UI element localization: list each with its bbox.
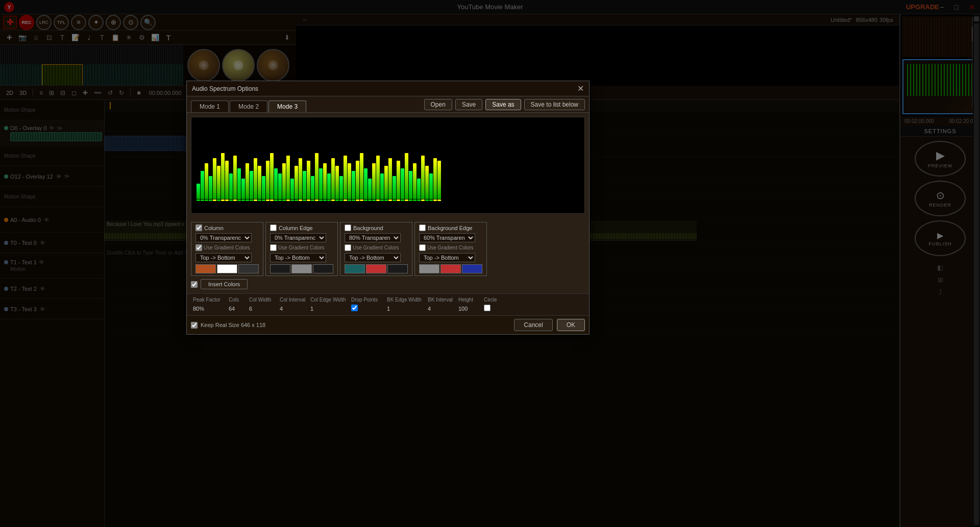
column-edge-transparency[interactable]: 0% Transparency [270,233,326,242]
spectrum-bar-group [290,179,294,203]
drop-points-checkbox[interactable] [351,305,358,311]
column-direction[interactable]: Top -> Bottom [195,253,252,262]
background-gradient-checkbox[interactable] [345,244,351,251]
background-color1[interactable] [345,264,365,273]
background-edge-transparency[interactable]: 60% Transparency [419,233,475,242]
column-color3[interactable] [238,264,259,273]
column-edge-color2[interactable] [291,264,312,273]
spectrum-dot [405,199,408,201]
pv-cols: 64 [227,305,247,313]
spectrum-dot [278,199,282,201]
insert-colors-checkbox[interactable] [191,281,198,288]
spectrum-dot [433,199,437,201]
spectrum-bar [225,161,229,199]
save-button[interactable]: Save [455,99,482,110]
spectrum-bar [278,173,282,199]
column-color2[interactable] [217,264,237,273]
spectrum-dot [286,199,290,201]
background-direction[interactable]: Top -> Bottom [345,253,401,262]
spectrum-bar-group [278,173,282,203]
pv-bkinterval: 4 [426,305,456,313]
cancel-button[interactable]: Cancel [514,319,552,331]
spectrum-dot [364,199,368,201]
column-header: Column [195,224,259,231]
spectrum-dot [201,199,204,201]
dialog-close-button[interactable]: ✕ [577,84,584,93]
spectrum-bar-group [339,176,343,203]
spectrum-dot [233,199,237,201]
spectrum-bar-group [295,166,298,203]
spectrum-dot [290,199,294,201]
spectrum-bar-group [397,161,400,203]
background-color2[interactable] [366,264,386,273]
pv-height: 100 [456,305,482,313]
spectrum-dot [335,199,339,201]
background-checkbox[interactable] [345,224,351,231]
dialog-tabs: Mode 1 Mode 2 Mode 3 Open Save Save as S… [187,96,589,113]
column-checkbox[interactable] [195,224,202,231]
column-edge-direction[interactable]: Top -> Bottom [270,253,326,262]
spectrum-dot [352,199,355,201]
spectrum-dot [425,199,429,201]
open-button[interactable]: Open [424,99,452,110]
save-as-button[interactable]: Save as [485,99,521,110]
spectrum-dot [331,199,335,201]
keep-real-size-checkbox[interactable] [191,322,198,329]
ok-button[interactable]: OK [557,319,585,331]
column-label: Column [204,225,224,231]
spectrum-bar-group [429,173,433,203]
tab-mode1[interactable]: Mode 1 [191,101,229,112]
spectrum-bar-group [299,158,302,203]
tab-mode3[interactable]: Mode 3 [268,101,306,112]
background-transparency[interactable]: 80% Transparency [345,233,401,242]
spectrum-bar [401,168,404,199]
spectrum-dot [209,199,212,201]
tab-mode2[interactable]: Mode 2 [230,101,267,112]
column-gradient-checkbox[interactable] [195,244,202,251]
spectrum-bar-group [409,171,412,203]
save-to-list-button[interactable]: Save to list below [524,99,585,110]
insert-colors-button[interactable]: Insert Colors [201,279,248,289]
spectrum-bar [397,161,400,199]
column-color1[interactable] [195,264,216,273]
spectrum-bar-group [307,161,310,203]
background-header: Background [345,224,408,231]
ph-circle: Circle [482,296,507,304]
spectrum-bar-group [364,168,368,203]
spectrum-bar-group [229,173,233,203]
background-edge-color2[interactable] [440,264,461,273]
spectrum-bar [429,173,433,199]
background-edge-color1[interactable] [419,264,439,273]
column-gradient-label: Use Gradient Colors [204,245,250,250]
background-edge-gradient-checkbox[interactable] [419,244,426,251]
spectrum-bar-group [348,163,351,203]
spectrum-bar-group [437,161,441,203]
circle-checkbox[interactable] [484,305,491,311]
spectrum-bar [417,179,421,199]
spectrum-bar-group [213,158,216,203]
spectrum-bar-group [368,179,372,203]
column-edge-color1[interactable] [270,264,290,273]
spectrum-bar-group [270,153,274,203]
background-color3[interactable] [387,264,408,273]
spectrum-bar [344,156,347,199]
spectrum-bar [380,173,384,199]
spectrum-bar [299,158,302,199]
spectrum-bar-group [262,176,265,203]
spectrum-dot [303,199,306,201]
spectrum-dot [344,199,347,201]
spectrum-bar-group [303,171,306,203]
spectrum-bar [209,176,212,199]
column-edge-color3[interactable] [313,264,333,273]
column-edge-gradient-checkbox[interactable] [270,244,277,251]
background-edge-color3[interactable] [462,264,482,273]
background-edge-checkbox[interactable] [419,224,426,231]
spectrum-bar [433,158,437,199]
background-edge-direction[interactable]: Top -> Bottom [419,253,475,262]
column-transparency[interactable]: 0% Transparency [195,233,252,242]
ph-colinterval: Col Interval [278,296,308,304]
spectrum-bar [254,158,257,199]
column-edge-checkbox[interactable] [270,224,277,231]
spectrum-bar [393,176,396,199]
spectrum-dot [254,199,257,201]
